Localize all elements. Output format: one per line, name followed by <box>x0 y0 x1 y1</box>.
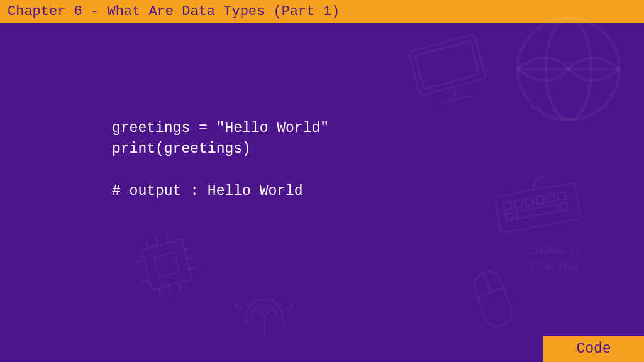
code-line-4: # output : Hello World <box>112 183 303 199</box>
svg-line-27 <box>136 260 144 262</box>
svg-line-5 <box>453 87 455 96</box>
wifi-icon <box>233 280 296 343</box>
svg-line-30 <box>184 247 192 249</box>
svg-rect-3 <box>408 35 486 96</box>
watermark-line-1: Created by <box>526 241 581 258</box>
keyboard-icon <box>489 169 586 240</box>
svg-line-17 <box>484 273 491 292</box>
svg-rect-19 <box>142 239 192 290</box>
svg-rect-9 <box>514 200 523 209</box>
svg-rect-11 <box>536 195 545 204</box>
watermark: Created by Chor Hin <box>526 241 581 274</box>
page-title: Chapter 6 - What Are Data Types (Part 1) <box>8 4 340 19</box>
code-line-2: print(greetings) <box>112 141 251 157</box>
svg-rect-16 <box>559 203 568 212</box>
code-line-1: greetings = "Hello World" <box>112 120 329 136</box>
globe-icon <box>512 13 625 126</box>
svg-rect-10 <box>525 198 534 207</box>
svg-line-22 <box>156 238 158 246</box>
svg-line-6 <box>441 96 470 103</box>
svg-line-25 <box>169 285 170 293</box>
chip-icon <box>125 222 209 307</box>
svg-rect-8 <box>503 202 512 211</box>
svg-line-26 <box>179 283 180 291</box>
svg-rect-20 <box>154 252 179 277</box>
svg-line-18 <box>477 288 504 297</box>
monitor-icon <box>404 29 494 115</box>
footer-label: Code <box>543 336 644 362</box>
svg-line-29 <box>142 280 150 282</box>
footer-text: Code <box>576 341 611 357</box>
svg-point-34 <box>261 309 267 315</box>
code-block: greetings = "Hello World" print(greeting… <box>112 118 329 202</box>
svg-line-24 <box>158 288 160 297</box>
svg-rect-13 <box>557 192 566 200</box>
svg-rect-12 <box>547 194 555 202</box>
svg-line-28 <box>138 270 147 272</box>
svg-rect-14 <box>505 212 514 221</box>
watermark-line-2: Chor Hin <box>526 258 581 274</box>
svg-line-32 <box>189 267 197 269</box>
svg-line-21 <box>146 240 148 248</box>
mouse-icon <box>458 261 527 337</box>
svg-line-23 <box>166 235 168 243</box>
svg-line-31 <box>187 257 195 259</box>
